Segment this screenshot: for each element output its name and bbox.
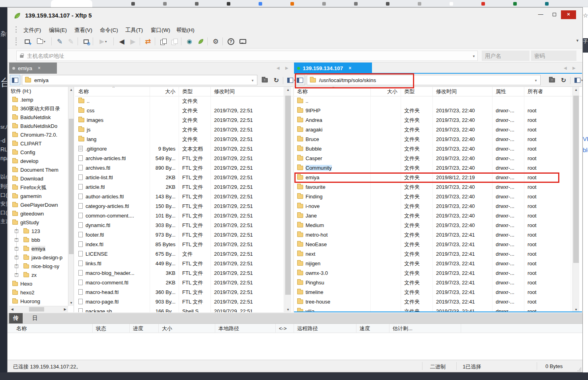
- table-row[interactable]: LICENSE675 By...文件2019/7/29, 22:51: [75, 249, 293, 259]
- transfer-column-4[interactable]: 本地路径: [215, 324, 276, 333]
- tab-scroll-left-icon[interactable]: ◀: [276, 66, 282, 70]
- file-name-cell[interactable]: article-list.ftl: [75, 173, 150, 182]
- scroll-up-icon[interactable]: ▲: [285, 87, 291, 93]
- file-name-cell[interactable]: article.ftl: [75, 182, 150, 192]
- scroll-left-icon[interactable]: ◀: [9, 306, 15, 312]
- table-row[interactable]: article-list.ftl2KBFTL 文件2019/7/29, 22:5…: [75, 173, 293, 182]
- table-row[interactable]: macro-head.ftl360 By...FTL 文件2019/7/29, …: [75, 288, 293, 297]
- connect-button[interactable]: ✎: [55, 36, 65, 47]
- file-name-cell[interactable]: links.ftl: [75, 259, 150, 268]
- vertical-scrollbar[interactable]: ▲▼: [284, 87, 291, 312]
- table-row[interactable]: package.sh166 By...Shell S...2019/7/29, …: [75, 307, 293, 312]
- transfer-tab-1[interactable]: 日志: [28, 313, 42, 323]
- forward-button[interactable]: ▶: [128, 36, 138, 47]
- menu-item-6[interactable]: 帮助(H): [175, 26, 196, 35]
- vertical-scrollbar[interactable]: ▲▼: [572, 87, 579, 312]
- tree-item[interactable]: Download: [9, 174, 74, 183]
- remote-sidebar-toggle-button[interactable]: [295, 75, 305, 85]
- paste-button[interactable]: [169, 36, 179, 47]
- tab-scroll-right-icon[interactable]: ▶: [572, 66, 578, 70]
- tree-item[interactable]: zx: [9, 271, 74, 280]
- password-input[interactable]: [531, 51, 576, 61]
- column-header-1[interactable]: 大小: [150, 87, 179, 96]
- file-name-cell[interactable]: macro-comment.ftl: [75, 278, 150, 288]
- scrollbar-thumb[interactable]: [69, 119, 74, 254]
- column-header-1[interactable]: 大小: [371, 87, 401, 96]
- properties-button[interactable]: [81, 36, 91, 47]
- transfer-column-8[interactable]: 估计剩...: [389, 324, 461, 333]
- transfer-column-1[interactable]: 状态: [93, 324, 130, 333]
- transfer-column-7[interactable]: 速度: [356, 324, 389, 333]
- tree-item[interactable]: hexo2: [9, 288, 74, 297]
- table-row[interactable]: aragaki文件夹2019/7/23, 22:40drwxr-...root: [294, 125, 582, 135]
- tree-item[interactable]: nice-blog-sy: [9, 262, 74, 271]
- table-row[interactable]: next文件夹2019/7/23, 22:41drwxr-...root: [294, 249, 582, 259]
- table-row[interactable]: macro-comment.ftl2KBFTL 文件2019/7/29, 22:…: [75, 278, 293, 288]
- tree-item[interactable]: 123: [9, 227, 74, 236]
- file-name-cell[interactable]: Pinghsu: [294, 278, 371, 288]
- table-row[interactable]: owmx-3.0文件夹2019/7/23, 22:41drwxr-...root: [294, 268, 582, 278]
- file-name-cell[interactable]: timeline: [294, 288, 371, 297]
- toolbar-grip[interactable]: [16, 37, 17, 45]
- table-row[interactable]: macro-page.ftl903 By...FTL 文件2019/7/29, …: [75, 297, 293, 307]
- file-name-cell[interactable]: Community: [294, 163, 371, 173]
- tree-item[interactable]: Hexo: [9, 280, 74, 288]
- table-row[interactable]: footer.ftl973 By...FTL 文件2019/7/29, 22:5…: [75, 230, 293, 240]
- table-row[interactable]: lang文件夹2019/7/29, 22:51: [75, 135, 293, 144]
- tree-item[interactable]: bbb: [9, 236, 74, 245]
- column-header-3[interactable]: 修改时间: [433, 87, 493, 96]
- chevron-down-icon[interactable]: ▼: [251, 79, 254, 82]
- table-row[interactable]: archive-articles.ftl549 By...FTL 文件2019/…: [75, 154, 293, 163]
- menu-item-3[interactable]: 命令(C): [98, 26, 120, 35]
- file-name-cell[interactable]: LICENSE: [75, 249, 150, 259]
- back-button[interactable]: ◀: [117, 36, 127, 47]
- table-row[interactable]: Finding文件夹2019/7/23, 22:40drwxr-...root: [294, 192, 582, 202]
- file-name-cell[interactable]: css: [75, 106, 150, 116]
- menu-item-1[interactable]: 编辑(E): [47, 26, 68, 35]
- tree-item[interactable]: java-design-p: [9, 253, 74, 262]
- tree-item[interactable]: Chromium-72.0.: [9, 131, 74, 139]
- file-name-cell[interactable]: Finding: [294, 192, 371, 202]
- minimize-button[interactable]: —: [534, 10, 547, 19]
- table-row[interactable]: dynamic.ftl303 By...FTL 文件2019/7/29, 22:…: [75, 221, 293, 230]
- vertical-scrollbar[interactable]: ▲▼: [68, 87, 74, 306]
- table-row[interactable]: Bubble文件夹2019/7/23, 22:40drwxr-...root: [294, 144, 582, 154]
- tree-root-drive[interactable]: 软件 (H:): [9, 87, 74, 96]
- file-name-cell[interactable]: images: [75, 116, 150, 125]
- table-row[interactable]: ..文件夹: [75, 96, 293, 106]
- menu-item-0[interactable]: 文件(F): [22, 26, 43, 35]
- table-row[interactable]: timeline文件夹2019/7/23, 22:41drwxr-...root: [294, 288, 582, 297]
- copy-button[interactable]: [158, 36, 168, 47]
- local-sidebar-toggle-button[interactable]: [10, 75, 20, 85]
- table-row[interactable]: .gitignore9 Bytes文本文档2019/7/29, 22:51: [75, 144, 293, 154]
- local-refresh-button[interactable]: ↻: [271, 76, 281, 85]
- feedback-button[interactable]: [238, 36, 248, 47]
- table-row[interactable]: favourite文件夹2019/7/23, 22:40drwxr-...roo…: [294, 182, 582, 192]
- scroll-up-icon[interactable]: ▲: [573, 87, 579, 93]
- table-row[interactable]: Casper文件夹2019/7/23, 22:40drwxr-...root: [294, 154, 582, 163]
- file-name-cell[interactable]: tree-house: [294, 297, 371, 307]
- table-row[interactable]: css文件夹2019/7/29, 22:51: [75, 106, 293, 116]
- scroll-right-icon[interactable]: ▶: [62, 306, 68, 312]
- disconnect-button[interactable]: ✎: [66, 36, 76, 47]
- file-name-cell[interactable]: i-nove: [294, 202, 371, 211]
- file-name-cell[interactable]: .gitignore: [75, 144, 150, 154]
- file-name-cell[interactable]: macro-blog_header...: [75, 268, 150, 278]
- file-name-cell[interactable]: package.sh: [75, 307, 150, 312]
- host-input[interactable]: [16, 51, 478, 61]
- table-row[interactable]: Jane文件夹2019/7/23, 22:40drwxr-...root: [294, 211, 582, 221]
- toolbar-overflow-button[interactable]: ▼: [576, 39, 579, 43]
- table-row[interactable]: article.ftl2KBFTL 文件2019/7/29, 22:51: [75, 182, 293, 192]
- transfer-column-6[interactable]: 远程路径: [294, 324, 356, 333]
- settings-button[interactable]: ⚙: [210, 36, 221, 47]
- scrollbar-thumb[interactable]: [29, 307, 44, 311]
- file-name-cell[interactable]: nijigen: [294, 259, 371, 268]
- menu-item-2[interactable]: 查看(V): [73, 26, 94, 35]
- table-row[interactable]: macro-blog_header...3KBFTL 文件2019/7/29, …: [75, 268, 293, 278]
- table-row[interactable]: Andrea文件夹2019/7/23, 22:40drwxr-...root: [294, 116, 582, 125]
- transfer-tab-0[interactable]: 传输: [9, 313, 23, 323]
- transfer-swap-button[interactable]: ⇄: [143, 36, 153, 47]
- file-name-cell[interactable]: next: [294, 249, 371, 259]
- help-button[interactable]: [226, 36, 236, 47]
- tree-item[interactable]: 360驱动大师目录: [9, 104, 74, 113]
